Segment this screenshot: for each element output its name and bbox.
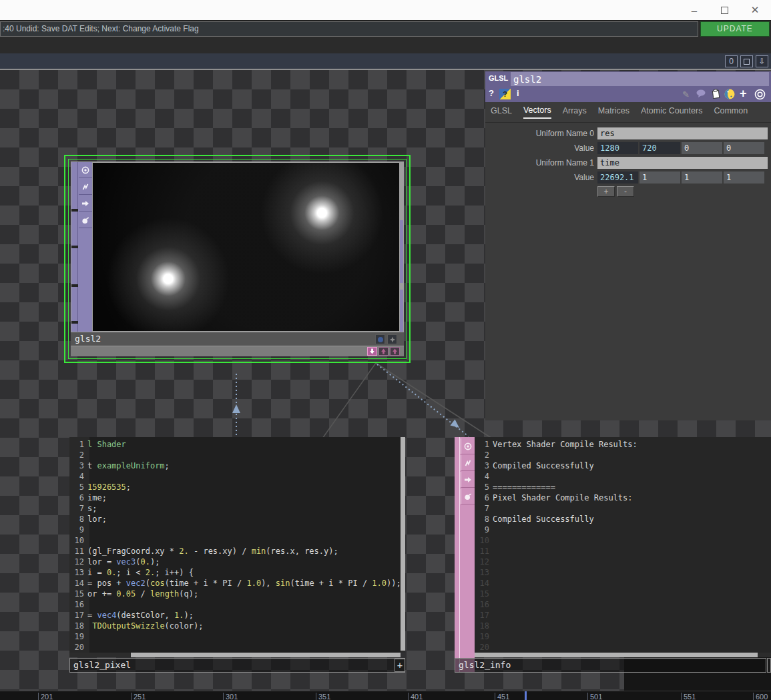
- value0-w-field[interactable]: [724, 142, 764, 154]
- info-dat-text-area[interactable]: 1Vertex Shader Compile Results:23Compile…: [475, 437, 771, 653]
- param-tab-atomic-counters[interactable]: Atomic Counters: [641, 106, 702, 118]
- copy-parameters-icon[interactable]: [711, 89, 721, 101]
- remove-uniform-button[interactable]: -: [617, 186, 634, 197]
- value1-z-field[interactable]: [682, 171, 722, 184]
- code-line: 15: [475, 589, 771, 599]
- line-number: 10: [69, 535, 87, 546]
- param-tab-arrays[interactable]: Arrays: [563, 106, 587, 118]
- param-tab-common[interactable]: Common: [714, 106, 748, 118]
- timeline-ruler[interactable]: 201251301351401451501551600: [0, 691, 771, 700]
- info-dat-node[interactable]: 1Vertex Shader Compile Results:23Compile…: [455, 437, 771, 673]
- dock-up-button[interactable]: [378, 347, 389, 356]
- code-line: 14: [475, 578, 771, 589]
- value0-y-field[interactable]: [639, 142, 680, 154]
- code-line: 3t exampleUniform;: [69, 460, 401, 471]
- code-line: 14= pos + vec2(cos(time + i * PI / 1.0),…: [69, 578, 401, 589]
- python-help-button[interactable]: ?: [499, 89, 511, 99]
- arrow-right-icon: [81, 199, 90, 208]
- glsl-top-node[interactable]: glsl2: [71, 161, 404, 356]
- code-line: 1Vertex Shader Compile Results:: [475, 439, 771, 450]
- strip-notch: [71, 284, 78, 287]
- line-number: 14: [69, 578, 87, 589]
- dock-up-button-2[interactable]: [390, 347, 400, 356]
- maximize-pane-button[interactable]: [740, 55, 753, 67]
- line-number: 14: [475, 578, 493, 589]
- maximize-button[interactable]: [717, 3, 732, 17]
- line-number: 18: [475, 621, 493, 631]
- uniform-name-1-field[interactable]: [597, 157, 768, 169]
- info-export-flag-button[interactable]: [461, 472, 475, 488]
- node-name-field[interactable]: [511, 72, 769, 86]
- pixel-dat-node[interactable]: 1l Shader23t exampleUniform;4515926535;6…: [69, 437, 405, 673]
- strip-notch: [71, 209, 78, 212]
- param-tab-matrices[interactable]: Matrices: [598, 106, 629, 118]
- line-number: 4: [69, 471, 87, 482]
- value0-x-field[interactable]: [597, 142, 638, 154]
- value1-x-field[interactable]: [597, 171, 638, 184]
- code-line: 12lor = vec3(0.);: [69, 557, 401, 567]
- update-button[interactable]: UPDATE: [700, 21, 770, 37]
- close-button[interactable]: ✕: [748, 3, 762, 17]
- value0-z-field[interactable]: [682, 142, 722, 154]
- top-node-right-strip: [400, 163, 403, 331]
- code-line: 15or += 0.05 / length(q);: [69, 589, 401, 599]
- code-line: 7s;: [69, 503, 401, 514]
- timeline-playhead[interactable]: [525, 691, 527, 700]
- info-button[interactable]: i: [517, 88, 519, 98]
- pixel-dat-name-bar[interactable]: glsl2_pixel +: [69, 658, 405, 673]
- viewer-flag-button[interactable]: [79, 162, 92, 178]
- pixel-dat-hscroll-thumb[interactable]: [131, 653, 401, 657]
- info-dat-hscrollbar[interactable]: [475, 653, 771, 657]
- bypass-flag-button[interactable]: [79, 179, 92, 195]
- line-number: 7: [475, 503, 493, 514]
- info-dat-name-bar[interactable]: glsl2_info: [455, 658, 766, 673]
- line-number: 2: [475, 450, 493, 460]
- param-tab-vectors[interactable]: Vectors: [523, 105, 551, 119]
- bullseye-icon: [463, 442, 473, 451]
- help-button[interactable]: ?: [489, 88, 494, 98]
- value1-w-field[interactable]: [724, 171, 764, 184]
- code-line: 11(gl_FragCoord.xy * 2. - res.xy) / min(…: [69, 546, 401, 557]
- value1-y-field[interactable]: [639, 171, 680, 184]
- pixel-dat-expand-button[interactable]: +: [395, 659, 405, 672]
- pixel-dat-vscrollbar[interactable]: [401, 437, 405, 653]
- pixel-dat-code: 1l Shader23t exampleUniform;4515926535;6…: [69, 437, 401, 653]
- viewer-active-button[interactable]: [375, 334, 385, 344]
- export-flag-button[interactable]: [79, 196, 92, 212]
- line-number: 7: [69, 503, 87, 514]
- info-dat-hscroll-thumb[interactable]: [475, 653, 758, 657]
- language-toggle-icon[interactable]: [754, 89, 766, 103]
- info-viewer-flag-button[interactable]: [461, 438, 475, 454]
- top-node-viewer[interactable]: [93, 163, 399, 331]
- line-number: 12: [475, 557, 493, 567]
- node-resize-button[interactable]: [387, 334, 397, 344]
- ruler-label: 401: [408, 693, 423, 700]
- cook-flag-button[interactable]: [79, 212, 92, 228]
- python-icon[interactable]: [724, 89, 735, 102]
- add-parameter-page-icon[interactable]: +: [740, 87, 747, 101]
- add-uniform-button[interactable]: +: [597, 186, 615, 197]
- counter-button[interactable]: 0: [725, 55, 738, 67]
- code-line: 12: [475, 557, 771, 567]
- param-tab-glsl[interactable]: GLSL: [491, 106, 512, 118]
- top-node-name-bar[interactable]: glsl2: [71, 332, 404, 346]
- comment-icon[interactable]: [696, 89, 706, 101]
- top-node-bottom-bar: [71, 346, 404, 356]
- pencil-icon[interactable]: ✎: [682, 89, 690, 99]
- uniform-name-0-field[interactable]: [597, 127, 768, 139]
- pixel-dat-hscrollbar[interactable]: [69, 653, 401, 657]
- collapse-pane-button[interactable]: ⇩: [756, 55, 768, 67]
- line-number: 15: [475, 589, 493, 599]
- info-dat-expand-button[interactable]: [767, 658, 771, 673]
- touchdesigner-window: – ✕ :40 Undid: Save DAT Edits; Next: Cha…: [0, 0, 771, 700]
- pixel-dat-text-area[interactable]: 1l Shader23t exampleUniform;4515926535;6…: [69, 437, 401, 653]
- minimize-button[interactable]: –: [687, 3, 702, 17]
- info-cook-flag-button[interactable]: [461, 488, 475, 504]
- dock-down-button[interactable]: [367, 347, 377, 356]
- pixel-dat-vscroll-thumb[interactable]: [401, 437, 405, 651]
- info-dat-flag-strip: [455, 437, 460, 673]
- info-bypass-flag-button[interactable]: [461, 455, 475, 471]
- code-line: 7: [475, 503, 771, 514]
- code-line: 10: [69, 535, 401, 546]
- ruler-label: 501: [587, 693, 602, 700]
